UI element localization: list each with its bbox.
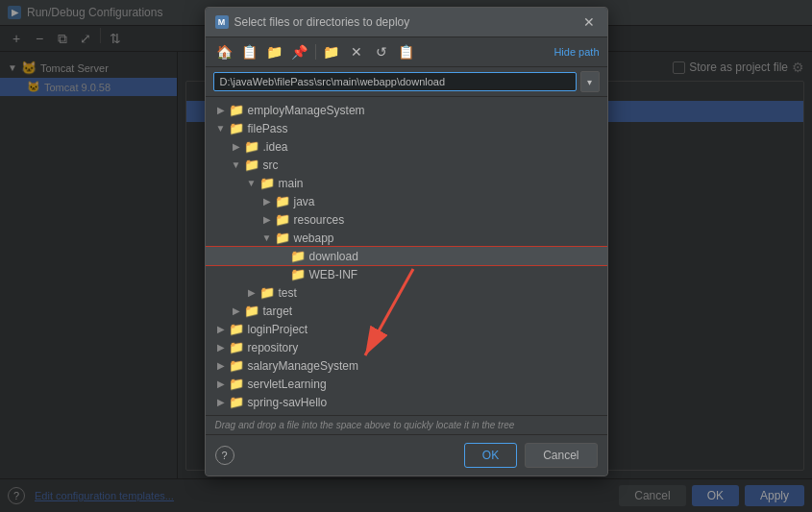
webapp-label: webapp	[294, 232, 334, 245]
modal-toolbar: 🏠 📋 📁 📌 📁 ✕ ↺ 📋 Hide path	[206, 37, 607, 67]
java-arrow: ▶	[261, 196, 273, 207]
salary-label: salaryManageSystem	[248, 359, 358, 373]
modal-title: Select files or directories to deploy	[234, 15, 410, 29]
modal-ok-button[interactable]: OK	[464, 443, 517, 468]
employ-folder-icon: 📁	[229, 103, 244, 117]
src-folder-icon: 📁	[244, 158, 259, 172]
filepass-arrow: ▼	[215, 123, 227, 134]
idea-folder-icon: 📁	[244, 139, 259, 154]
tree-item-salary[interactable]: ▶ 📁 salaryManageSystem	[206, 356, 607, 375]
new-folder-button[interactable]: 📁	[263, 41, 286, 62]
loginproject-label: loginProject	[248, 323, 308, 336]
servlet-folder-icon: 📁	[229, 377, 244, 391]
servlet-arrow: ▶	[215, 378, 227, 389]
tree-item-target[interactable]: ▶ 📁 target	[206, 302, 607, 320]
tree-item-java[interactable]: ▶ 📁 java	[206, 192, 607, 210]
idea-arrow: ▶	[231, 141, 242, 152]
target-folder-icon: 📁	[244, 304, 259, 318]
modal-window-icon: M	[215, 15, 229, 29]
loginproject-arrow: ▶	[215, 324, 227, 334]
add-root-button[interactable]: 📁	[320, 41, 343, 62]
webapp-arrow: ▼	[261, 232, 273, 243]
delete-button[interactable]: ✕	[345, 41, 368, 62]
target-arrow: ▶	[231, 305, 242, 316]
salary-folder-icon: 📁	[229, 358, 244, 373]
modal-toolbar-sep1	[315, 44, 316, 60]
filepass-label: filePass	[248, 122, 288, 135]
tree-item-servlet[interactable]: ▶ 📁 servletLearning	[206, 375, 607, 393]
tree-item-filepass[interactable]: ▼ 📁 filePass	[206, 119, 607, 137]
desktop-button[interactable]: 📋	[238, 41, 261, 62]
main-arrow: ▼	[246, 178, 258, 188]
repository-arrow: ▶	[215, 342, 227, 353]
modal-title-group: M Select files or directories to deploy	[215, 15, 410, 29]
tree-item-src[interactable]: ▼ 📁 src	[206, 156, 607, 174]
resources-folder-icon: 📁	[275, 212, 290, 227]
src-arrow: ▼	[231, 159, 242, 170]
refresh-button[interactable]: ↺	[370, 41, 393, 62]
test-folder-icon: 📁	[259, 285, 275, 300]
modal-titlebar: M Select files or directories to deploy …	[206, 8, 607, 37]
test-label: test	[279, 286, 297, 300]
modal-cancel-button[interactable]: Cancel	[525, 443, 597, 468]
modal-action-buttons: OK Cancel	[464, 443, 598, 468]
modal-help-button[interactable]: ?	[215, 446, 234, 465]
src-label: src	[263, 158, 279, 172]
hide-path-link[interactable]: Hide path	[554, 46, 599, 58]
spring-label: spring-savHello	[248, 396, 328, 409]
tree-item-test[interactable]: ▶ 📁 test	[206, 283, 607, 302]
tree-item-repository[interactable]: ▶ 📁 repository	[206, 338, 607, 356]
resources-label: resources	[294, 213, 345, 227]
webinf-label: WEB-INF	[309, 268, 358, 281]
tree-item-webinf[interactable]: 📁 WEB-INF	[206, 265, 607, 283]
path-input[interactable]	[213, 72, 577, 91]
servlet-label: servletLearning	[248, 378, 327, 391]
tree-item-resources[interactable]: ▶ 📁 resources	[206, 210, 607, 229]
modal-close-button[interactable]: ✕	[580, 13, 598, 31]
idea-label: .idea	[263, 140, 288, 154]
file-tree[interactable]: ▶ 📁 employManageSystem ▼ 📁 filePass ▶ 📁 …	[206, 97, 607, 415]
java-folder-icon: 📁	[275, 194, 290, 208]
tree-item-spring[interactable]: ▶ 📁 spring-savHello	[206, 393, 607, 411]
modal-hint: Drag and drop a file into the space abov…	[206, 415, 607, 434]
modal-footer: ? OK Cancel	[206, 434, 607, 475]
tree-item-download[interactable]: 📁 download	[206, 247, 607, 265]
tree-item-main[interactable]: ▼ 📁 main	[206, 174, 607, 192]
webapp-folder-icon: 📁	[275, 231, 290, 245]
modal-path-row: ▾	[206, 67, 607, 97]
main-folder-icon: 📁	[259, 176, 275, 190]
test-arrow: ▶	[246, 287, 258, 298]
main-label: main	[279, 177, 304, 190]
spring-arrow: ▶	[215, 397, 227, 407]
tree-item-idea[interactable]: ▶ 📁 .idea	[206, 137, 607, 156]
tree-item-loginproject[interactable]: ▶ 📁 loginProject	[206, 320, 607, 338]
download-folder-icon: 📁	[290, 249, 306, 263]
home-button[interactable]: 🏠	[213, 41, 236, 62]
target-label: target	[263, 305, 293, 318]
path-dropdown-button[interactable]: ▾	[580, 71, 600, 92]
repository-label: repository	[248, 341, 299, 354]
filepass-folder-icon: 📁	[229, 121, 244, 135]
download-label: download	[309, 250, 358, 263]
loginproject-folder-icon: 📁	[229, 322, 244, 336]
resources-arrow: ▶	[261, 214, 273, 225]
employ-label: employManageSystem	[248, 104, 365, 117]
spring-folder-icon: 📁	[229, 395, 244, 409]
modal-overlay: M Select files or directories to deploy …	[0, 0, 812, 512]
tree-item-employ[interactable]: ▶ 📁 employManageSystem	[206, 101, 607, 119]
copy-path-button[interactable]: 📋	[395, 41, 418, 62]
pin-button[interactable]: 📌	[288, 41, 311, 62]
repository-folder-icon: 📁	[229, 340, 244, 354]
employ-arrow: ▶	[215, 105, 227, 115]
tree-item-webapp[interactable]: ▼ 📁 webapp	[206, 229, 607, 247]
java-label: java	[294, 195, 315, 208]
webinf-folder-icon: 📁	[290, 267, 306, 281]
file-selector-dialog: M Select files or directories to deploy …	[205, 7, 608, 476]
salary-arrow: ▶	[215, 360, 227, 371]
